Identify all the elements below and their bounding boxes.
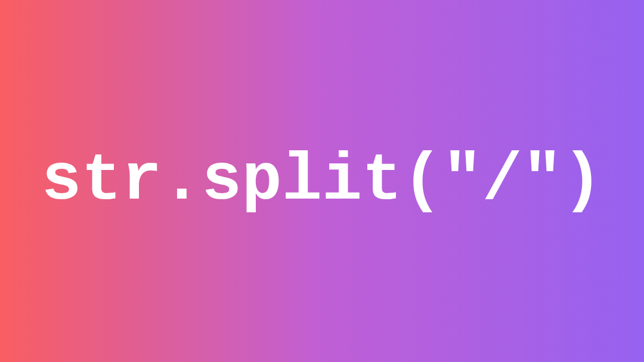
code-snippet-text: str.split("/"): [42, 143, 603, 219]
